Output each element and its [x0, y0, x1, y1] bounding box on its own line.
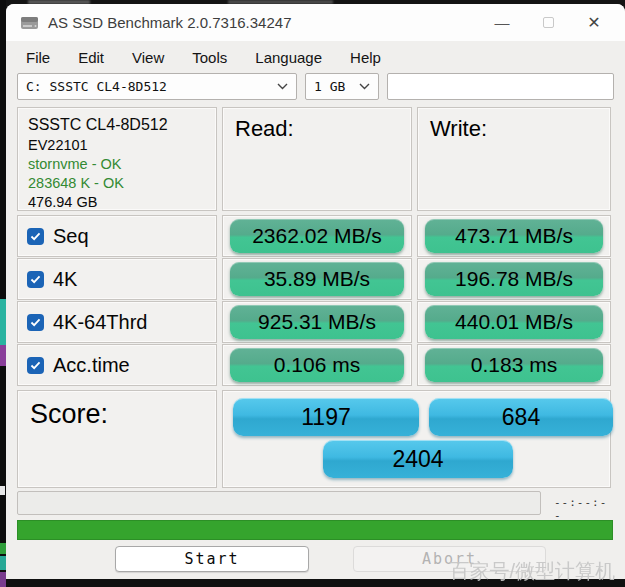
score-panel: 1197 684 2404	[222, 390, 611, 488]
4k-write-value: 196.78 MB/s	[425, 262, 604, 296]
acctime-write-value: 0.183 ms	[425, 348, 604, 382]
compression-artifact	[0, 486, 5, 495]
4k64thrd-label: 4K-64Thrd	[53, 311, 148, 334]
4k64thrd-write-value: 440.01 MB/s	[425, 305, 604, 339]
read-header-label: Read:	[223, 108, 411, 142]
close-button[interactable]: ✕	[571, 4, 617, 41]
4k64thrd-checkbox[interactable]	[27, 314, 44, 331]
acctime-write-cell: 0.183 ms	[417, 344, 611, 386]
menu-edit[interactable]: Edit	[78, 49, 104, 66]
menu-language[interactable]: Language	[255, 49, 322, 66]
watermark: 百家号/微型计算机	[449, 558, 615, 585]
checkmark-icon	[30, 361, 41, 370]
acctime-label: Acc.time	[53, 354, 130, 377]
4k-read-value: 35.89 MB/s	[230, 262, 405, 296]
drive-model: SSSTC CL4-8D512	[28, 114, 216, 136]
alignment-status: 283648 K - OK	[28, 174, 216, 193]
4k64thrd-read-value: 925.31 MB/s	[230, 305, 405, 339]
menu-tools[interactable]: Tools	[192, 49, 227, 66]
drive-select-value: C: SSSTC CL4-8D512	[18, 79, 277, 94]
seq-checkbox[interactable]	[27, 228, 44, 245]
acctime-read-cell: 0.106 ms	[222, 344, 412, 386]
toolbar-text-field[interactable]	[387, 73, 614, 100]
seq-read-cell: 2362.02 MB/s	[222, 215, 412, 257]
seq-write-value: 473.71 MB/s	[425, 219, 604, 253]
checkmark-icon	[30, 318, 41, 327]
seq-write-cell: 473.71 MB/s	[417, 215, 611, 257]
test-size-select[interactable]: 1 GB	[305, 73, 379, 100]
4k-read-cell: 35.89 MB/s	[222, 258, 412, 300]
app-window: AS SSD Benchmark 2.0.7316.34247 — ✕ File…	[6, 4, 625, 579]
start-button[interactable]: Start	[115, 546, 309, 572]
4k-label: 4K	[53, 268, 77, 291]
4k-write-cell: 196.78 MB/s	[417, 258, 611, 300]
score-total-value: 2404	[323, 440, 513, 478]
read-column-header: Read:	[222, 107, 412, 211]
menu-view[interactable]: View	[132, 49, 164, 66]
seq-read-value: 2362.02 MB/s	[230, 219, 405, 253]
minimize-button[interactable]: —	[479, 4, 525, 41]
drive-select[interactable]: C: SSSTC CL4-8D512	[17, 73, 297, 100]
status-field	[17, 491, 541, 515]
checkmark-icon	[30, 275, 41, 284]
menu-file[interactable]: File	[26, 49, 50, 66]
drive-capacity: 476.94 GB	[28, 193, 216, 212]
checkmark-icon	[30, 232, 41, 241]
write-header-label: Write:	[418, 108, 610, 142]
menu-bar: File Edit View Tools Language Help	[6, 44, 625, 71]
drive-firmware: EV22101	[28, 136, 216, 155]
drive-info-panel: SSSTC CL4-8D512 EV22101 stornvme - OK 28…	[17, 107, 217, 211]
score-label-panel: Score:	[17, 390, 217, 488]
4k64thrd-write-cell: 440.01 MB/s	[417, 301, 611, 343]
hard-drive-icon	[20, 15, 39, 31]
row-acctime: Acc.time	[17, 344, 217, 386]
title-bar: AS SSD Benchmark 2.0.7316.34247 — ✕	[6, 4, 625, 41]
maximize-button[interactable]	[525, 4, 571, 41]
seq-label: Seq	[53, 225, 89, 248]
chevron-down-icon	[359, 83, 370, 90]
chevron-down-icon	[277, 83, 288, 90]
row-4k64thrd: 4K-64Thrd	[17, 301, 217, 343]
menu-help[interactable]: Help	[350, 49, 381, 66]
row-seq: Seq	[17, 215, 217, 257]
progress-bar	[17, 520, 613, 540]
score-label: Score:	[30, 399, 216, 430]
4k-checkbox[interactable]	[27, 271, 44, 288]
score-write-value: 684	[429, 398, 613, 436]
window-title: AS SSD Benchmark 2.0.7316.34247	[48, 14, 292, 31]
elapsed-time: --:--:--	[554, 496, 614, 522]
test-size-value: 1 GB	[306, 79, 359, 94]
acctime-checkbox[interactable]	[27, 357, 44, 374]
window-controls: — ✕	[479, 4, 625, 41]
maximize-icon	[543, 17, 554, 28]
4k64thrd-read-cell: 925.31 MB/s	[222, 301, 412, 343]
row-4k: 4K	[17, 258, 217, 300]
write-column-header: Write:	[417, 107, 611, 211]
acctime-read-value: 0.106 ms	[230, 348, 405, 382]
driver-status: stornvme - OK	[28, 155, 216, 174]
score-read-value: 1197	[233, 398, 419, 436]
